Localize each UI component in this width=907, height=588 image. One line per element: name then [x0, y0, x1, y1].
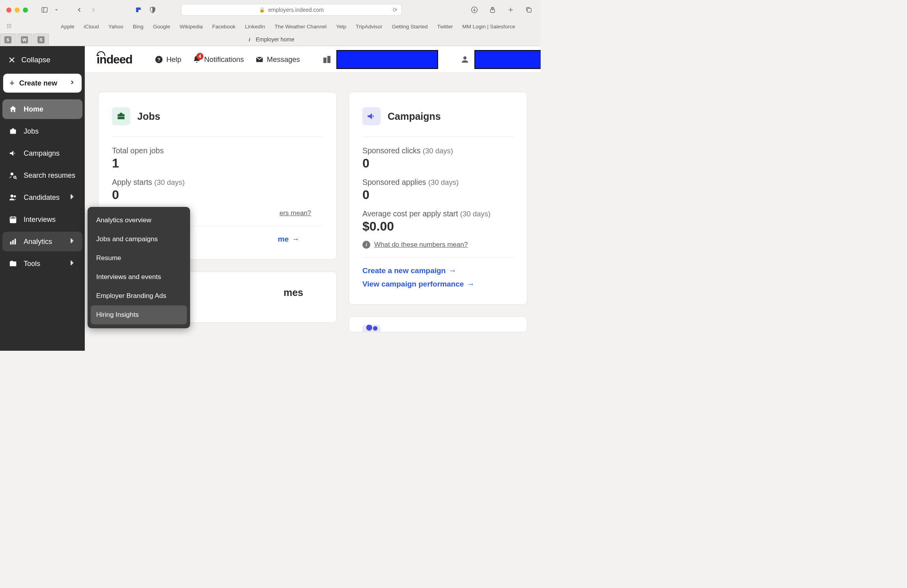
- total-open-jobs-value: 1: [112, 156, 323, 171]
- sidebar-item-label: Jobs: [24, 127, 39, 136]
- svg-point-18: [9, 27, 9, 28]
- sidebar-item-analytics[interactable]: Analytics: [2, 232, 82, 251]
- svg-point-17: [7, 27, 8, 28]
- jobs-card-title: Jobs: [137, 111, 160, 122]
- bookmark-apple[interactable]: Apple: [61, 24, 75, 30]
- new-tab-button[interactable]: [505, 4, 516, 15]
- svg-rect-0: [42, 7, 47, 12]
- plus-icon: +: [9, 78, 15, 88]
- bookmark-getting-started[interactable]: Getting Started: [392, 24, 428, 30]
- notifications-button[interactable]: 4 Notifications: [192, 55, 244, 64]
- bookmark-yahoo[interactable]: Yahoo: [108, 24, 123, 30]
- campaigns-info-link[interactable]: What do these numbers mean?: [374, 241, 468, 249]
- campaigns-card-title: Campaigns: [388, 111, 441, 122]
- messages-button[interactable]: Messages: [255, 55, 300, 64]
- campaigns-card: Campaigns Sponsored clicks (30 days) 0 S…: [349, 92, 527, 305]
- indeed-logo[interactable]: indeed: [94, 53, 133, 66]
- sidebar-item-label: Search resumes: [24, 171, 75, 180]
- url-text: employers.indeed.com: [268, 7, 324, 13]
- pinned-tab-3[interactable]: S: [33, 33, 49, 45]
- submenu-analytics-overview[interactable]: Analytics overview: [91, 211, 187, 230]
- apply-starts-value: 0: [112, 188, 323, 202]
- total-open-jobs-label: Total open jobs: [112, 146, 323, 155]
- apps-grid-icon[interactable]: [6, 23, 12, 30]
- forward-button[interactable]: [88, 4, 99, 15]
- submenu-employer-branding[interactable]: Employer Branding Ads: [91, 287, 187, 305]
- svg-point-15: [9, 25, 9, 26]
- submenu-interviews-events[interactable]: Interviews and events: [91, 268, 187, 287]
- collapse-label: Collapse: [21, 56, 50, 64]
- downloads-button[interactable]: [469, 4, 480, 15]
- browser-chrome: 🔒 employers.indeed.com ⟳ Apple iCloud Ya…: [0, 0, 541, 46]
- help-button[interactable]: ? Help: [155, 55, 181, 64]
- sponsored-clicks-value: 0: [362, 156, 513, 171]
- user-menu[interactable]: [460, 50, 541, 69]
- bookmark-tripadvisor[interactable]: TripAdvisor: [356, 24, 383, 30]
- apply-starts-label: Apply starts (30 days): [112, 178, 323, 187]
- bookmark-yelp[interactable]: Yelp: [336, 24, 346, 30]
- briefcase-icon: [112, 107, 130, 125]
- svg-point-13: [10, 24, 11, 24]
- create-new-button[interactable]: + Create new: [3, 74, 82, 93]
- submenu-resume[interactable]: Resume: [91, 249, 187, 268]
- reload-button[interactable]: ⟳: [393, 7, 398, 13]
- tab-groups-dropdown[interactable]: [53, 4, 60, 15]
- sidebar-item-search-resumes[interactable]: Search resumes: [2, 166, 82, 185]
- bookmark-google[interactable]: Google: [153, 24, 170, 30]
- address-bar[interactable]: 🔒 employers.indeed.com ⟳: [181, 4, 402, 16]
- back-button[interactable]: [74, 4, 85, 15]
- sidebar-toggle-button[interactable]: [39, 4, 50, 15]
- chevron-right-icon: [67, 192, 76, 203]
- tab-title: Employer home: [256, 36, 294, 43]
- minimize-window-button[interactable]: [15, 7, 20, 13]
- bookmark-bing[interactable]: Bing: [133, 24, 144, 30]
- bookmark-wikipedia[interactable]: Wikipedia: [179, 24, 203, 30]
- lock-icon: 🔒: [259, 7, 265, 13]
- sidebar-item-candidates[interactable]: Candidates: [2, 188, 82, 207]
- svg-rect-33: [10, 242, 12, 244]
- bookmarks-bar: Apple iCloud Yahoo Bing Google Wikipedia…: [0, 20, 541, 33]
- close-window-button[interactable]: [6, 7, 11, 13]
- bookmark-twitter[interactable]: Twitter: [437, 24, 453, 30]
- pinned-tab-2[interactable]: W: [17, 33, 32, 45]
- sidebar-item-jobs[interactable]: Jobs: [2, 121, 82, 141]
- pinned-tab-1[interactable]: S: [0, 33, 16, 45]
- avg-cost-value: $0.00: [362, 219, 513, 234]
- candidates-card: [349, 316, 527, 332]
- privacy-report-icon[interactable]: [133, 4, 144, 15]
- active-tab[interactable]: i Employer home: [246, 36, 294, 43]
- bookmark-facebook[interactable]: Facebook: [212, 24, 235, 30]
- svg-rect-35: [15, 239, 16, 245]
- messages-label: Messages: [267, 55, 300, 64]
- view-performance-link[interactable]: View campaign performance→: [362, 280, 513, 288]
- create-campaign-link[interactable]: Create a new campaign→: [362, 266, 513, 275]
- chevron-right-icon: [67, 236, 76, 247]
- sponsored-applies-label: Sponsored applies (30 days): [362, 178, 513, 187]
- sidebar-item-tools[interactable]: Tools: [2, 254, 82, 274]
- company-name-redacted: [336, 50, 438, 69]
- submenu-jobs-campaigns[interactable]: Jobs and campaigns: [91, 230, 187, 249]
- sidebar-item-label: Candidates: [24, 194, 60, 202]
- sidebar-item-interviews[interactable]: Interviews: [2, 210, 82, 229]
- sidebar-item-campaigns[interactable]: Campaigns: [2, 143, 82, 163]
- maximize-window-button[interactable]: [23, 7, 28, 13]
- submenu-hiring-insights[interactable]: Hiring Insights: [91, 305, 187, 324]
- bookmark-mm-salesforce[interactable]: MM Login | Salesforce: [462, 24, 515, 30]
- arrow-right-icon: →: [292, 235, 299, 244]
- svg-rect-39: [118, 116, 124, 117]
- share-button[interactable]: [487, 4, 498, 15]
- topbar: indeed ? Help 4 Notifications Messages: [85, 46, 541, 73]
- sidebar-item-home[interactable]: Home: [2, 99, 82, 119]
- sidebar-item-label: Campaigns: [24, 149, 60, 158]
- bookmark-weather[interactable]: The Weather Channel: [274, 24, 327, 30]
- svg-rect-34: [12, 240, 14, 244]
- bookmark-icloud[interactable]: iCloud: [84, 24, 99, 30]
- company-selector[interactable]: [322, 50, 438, 69]
- bookmark-linkedin[interactable]: LinkedIn: [245, 24, 265, 30]
- shield-icon[interactable]: [147, 4, 158, 15]
- resumes-card-title: mes: [284, 287, 303, 298]
- tab-overview-button[interactable]: [523, 4, 534, 15]
- collapse-sidebar-button[interactable]: Collapse: [0, 50, 85, 70]
- info-icon: i: [362, 241, 370, 249]
- jobs-info-link[interactable]: ers mean?: [280, 209, 311, 217]
